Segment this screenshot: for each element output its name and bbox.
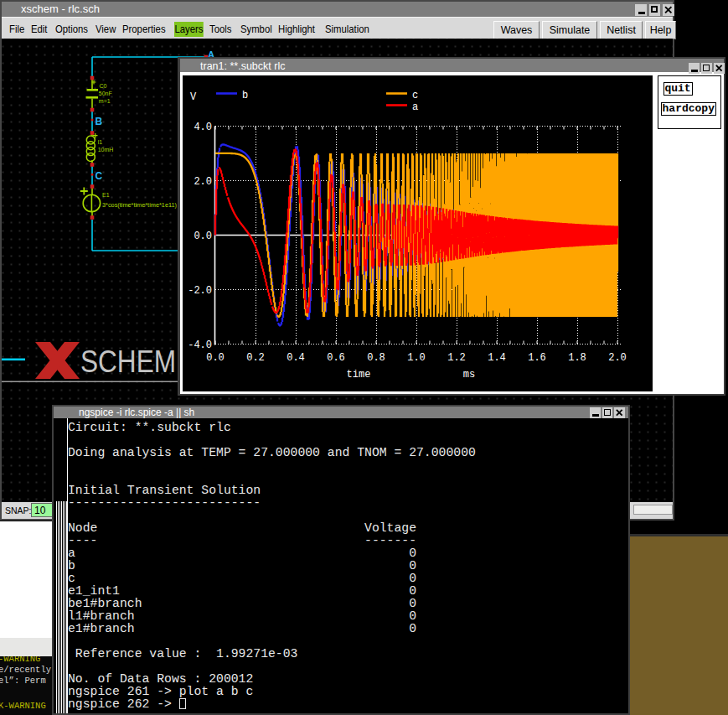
svg-text:4.0: 4.0 (194, 122, 212, 133)
svg-text:0.0: 0.0 (206, 352, 225, 364)
svg-text:ms: ms (463, 369, 475, 381)
svg-text:0.2: 0.2 (246, 352, 265, 364)
svg-text:b: b (242, 90, 248, 101)
svg-text:50nF: 50nF (99, 91, 112, 96)
svg-text:C0: C0 (100, 83, 107, 89)
svg-text:l1: l1 (98, 139, 103, 145)
svg-text:1.4: 1.4 (488, 352, 506, 364)
svg-text:B: B (95, 116, 102, 127)
svg-text:SCHEM: SCHEM (80, 345, 176, 379)
svg-text:0.4: 0.4 (287, 352, 305, 364)
svg-text:V: V (190, 91, 197, 103)
svg-text:3*cos(time*time*time*1e11): 3*cos(time*time*time*1e11) (102, 202, 177, 209)
svg-text:m=1: m=1 (99, 98, 111, 104)
svg-text:1.2: 1.2 (447, 352, 466, 364)
svg-text:-2.0: -2.0 (188, 285, 212, 297)
svg-text:time: time (347, 369, 371, 381)
svg-text:E1: E1 (102, 192, 110, 198)
svg-text:2.0: 2.0 (608, 352, 627, 364)
svg-text:1.8: 1.8 (568, 352, 586, 364)
svg-text:0.6: 0.6 (327, 352, 345, 364)
svg-text:0.8: 0.8 (367, 352, 385, 364)
svg-text:0.0: 0.0 (194, 231, 212, 242)
svg-text:1.6: 1.6 (528, 352, 546, 364)
svg-text:C: C (95, 170, 102, 182)
svg-text:a: a (412, 101, 418, 113)
svg-text:-4.0: -4.0 (188, 339, 212, 351)
svg-text:2.0: 2.0 (194, 176, 212, 188)
svg-text:c: c (412, 90, 418, 101)
svg-text:1.0: 1.0 (407, 352, 426, 364)
svg-text:10mH: 10mH (98, 147, 114, 153)
